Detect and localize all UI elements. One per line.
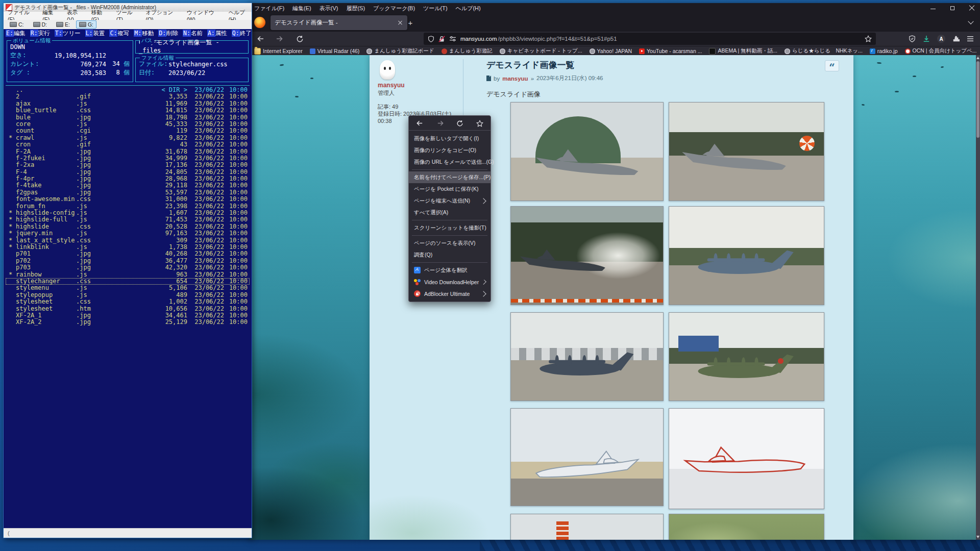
file-row[interactable]: p701.jpg 40,268 23/06/22 10:00 (6, 251, 250, 257)
bookmark-item[interactable]: OCN | 会員向けトップペ... (905, 47, 977, 55)
file-row[interactable]: font-awesome.min.css 31,000 23/06/22 10:… (6, 196, 250, 203)
drive-button[interactable]: G: (76, 20, 96, 29)
bookmark-item[interactable]: Virtual Radar (46) (310, 48, 360, 54)
menu-item-select-all[interactable]: すべて選択(A) (409, 207, 491, 218)
forum-photo-2[interactable] (669, 102, 824, 201)
app-menu-icon[interactable] (967, 36, 974, 42)
browser-menu-item[interactable]: 表示(V) (320, 5, 338, 12)
forum-photo-8[interactable] (669, 408, 824, 509)
bookmark-item[interactable]: radiko.jp (870, 48, 898, 54)
file-row[interactable]: core.js 45,333 23/06/22 10:00 (6, 121, 250, 128)
bookmark-item[interactable]: YouTube - acarsman ... (639, 48, 702, 54)
drive-button[interactable]: C: (7, 20, 27, 29)
forum-photo-3[interactable] (510, 206, 664, 305)
bookmark-item[interactable]: Yahoo! JAPAN (590, 48, 632, 54)
command-shortcut[interactable]: R:実行 (30, 30, 50, 37)
forum-photo-9[interactable] (510, 514, 664, 540)
file-row[interactable]: * last_x_att_style.css 309 23/06/22 10:0… (6, 237, 250, 244)
bookmark-item[interactable]: まんしゅう彩遊記 (442, 47, 493, 55)
file-row-parent-dir[interactable]: .. < DIR > 23/06/22 10:00 (6, 87, 250, 93)
menu-item-video-downloadhelper[interactable]: Video DownloadHelper (409, 276, 491, 288)
command-shortcut[interactable]: T:ツリー (55, 30, 81, 37)
permissions-icon[interactable] (449, 36, 456, 42)
forum-photo-5[interactable] (510, 312, 664, 401)
command-shortcut[interactable]: N:名前 (183, 30, 203, 37)
menu-item-view-source[interactable]: ページのソースを表示(V) (409, 237, 491, 249)
menu-item-inspect[interactable]: 調査(Q) (409, 249, 491, 261)
bookmark-item[interactable]: まんしゅう彩遊記ボード (366, 47, 434, 55)
drive-button[interactable]: D: (30, 20, 51, 29)
browser-menu-item[interactable]: ファイル(F) (254, 5, 284, 12)
file-row[interactable]: f-4take.jpg 29,118 23/06/22 10:00 (6, 182, 250, 189)
menu-item-translate-page[interactable]: ページ全体を翻訳 (409, 264, 491, 276)
file-row[interactable]: cron.gif 43 23/06/22 10:00 (6, 141, 250, 148)
file-row[interactable]: * jquery.min.js 97,163 23/06/22 10:00 (6, 230, 250, 237)
cm-bookmark-star-icon[interactable] (476, 120, 483, 127)
file-row[interactable]: * highslide-config.js 1,607 23/06/22 10:… (6, 210, 250, 216)
browser-menu-item[interactable]: 履歴(S) (346, 5, 365, 12)
post-author-link[interactable]: mansyuu (502, 76, 528, 82)
file-row[interactable]: * linkblink.js 1,738 23/06/22 10:00 (6, 244, 250, 251)
browser-menu-item[interactable]: ツール(T) (423, 5, 448, 12)
active-tab[interactable]: デモスライド画像一覧 - (271, 15, 407, 30)
quote-button[interactable]: “ (825, 60, 839, 71)
browser-menu-item[interactable]: 編集(E) (292, 5, 311, 12)
bookmark-item[interactable]: キャビネットボード - トップ... (500, 47, 582, 55)
reload-icon[interactable] (293, 33, 306, 44)
file-row[interactable]: f2gpas.jpg 53,597 23/06/22 10:00 (6, 189, 250, 196)
file-row[interactable]: blue_turtle.css 14,815 23/06/22 10:00 (6, 107, 250, 114)
scroll-up-icon[interactable] (976, 57, 979, 59)
tracking-shield-icon[interactable] (428, 36, 434, 42)
file-row[interactable]: f-2fukei.jpg 34,999 23/06/22 10:00 (6, 155, 250, 162)
file-row[interactable]: stylechanger.css 654 23/06/22 10:00 (6, 278, 250, 285)
file-row[interactable]: XF-2A_1.jpg 34,461 23/06/22 10:00 (6, 312, 250, 319)
menu-item-open-image-new-tab[interactable]: 画像を新しいタブで開く(I) (409, 133, 491, 144)
back-icon[interactable] (254, 33, 267, 44)
forward-icon[interactable] (273, 33, 286, 44)
file-row[interactable]: 2.gif 3,353 23/06/22 10:00 (6, 93, 250, 100)
file-row[interactable]: forum_fn.js 23,398 23/06/22 10:00 (6, 203, 250, 210)
file-row[interactable]: XF-2A_2.jpg 25,129 23/06/22 10:00 (6, 319, 250, 325)
scrollbar-thumb[interactable] (976, 61, 979, 138)
forum-photo-10[interactable] (669, 514, 824, 540)
browser-menu-item[interactable]: ブックマーク(B) (373, 5, 415, 12)
file-row[interactable]: stylesheet.css 1,002 23/06/22 10:00 (6, 298, 250, 305)
cm-reload-icon[interactable] (456, 120, 463, 127)
file-row[interactable]: ajax.js 11,969 23/06/22 10:00 (6, 101, 250, 107)
file-row[interactable]: count.cgi 119 23/06/22 10:00 (6, 128, 250, 134)
file-row[interactable]: p703.jpg 42,320 23/06/22 10:00 (6, 264, 250, 271)
file-row[interactable]: p702.jpg 36,477 23/06/22 10:00 (6, 258, 250, 264)
post-title[interactable]: デモスライド画像一覧 (486, 59, 574, 71)
file-row[interactable]: * highslide-full.js 71,453 23/06/22 10:0… (6, 216, 250, 223)
insecure-lock-icon[interactable] (438, 36, 445, 42)
minimize-button[interactable] (930, 5, 936, 11)
drive-button[interactable]: E: (53, 20, 73, 29)
maximize-button[interactable] (949, 5, 955, 11)
avatar[interactable] (380, 60, 395, 80)
file-row[interactable]: F-2A.jpg 31,678 23/06/22 10:00 (6, 148, 250, 155)
tab-close-icon[interactable] (397, 20, 403, 26)
page-scrollbar[interactable] (976, 55, 980, 540)
file-row[interactable]: F-4.jpg 24,805 23/06/22 10:00 (6, 169, 250, 176)
bookmark-item[interactable]: らじる★らじる NHKネッ... (785, 47, 863, 55)
url-bar[interactable]: mansyuu.com/phpbb3/viewtopic.php?f=14&t=… (424, 33, 876, 45)
file-row[interactable]: f-4pr.jpg 28,968 23/06/22 10:00 (6, 176, 250, 182)
menu-item-save-to-pocket[interactable]: ページを Pocket に保存(K) (409, 183, 491, 195)
file-row[interactable]: stylemenu.js 5,106 23/06/22 10:00 (6, 285, 250, 291)
command-shortcut[interactable]: M:移動 (134, 30, 154, 37)
command-shortcut[interactable]: A:属性 (207, 30, 227, 37)
command-shortcut[interactable]: Q:終了 (232, 30, 252, 37)
adblocker-toolbar-icon[interactable]: A (937, 35, 945, 43)
forum-photo-7[interactable] (510, 408, 664, 506)
bookmark-star-icon[interactable] (865, 35, 872, 42)
file-row[interactable]: * highslide.css 20,528 23/06/22 10:00 (6, 223, 250, 230)
command-shortcut[interactable]: L:装置 (85, 30, 105, 37)
new-tab-button[interactable]: + (405, 17, 415, 28)
menu-item-send-to-device[interactable]: ページを端末へ送信(N) (409, 195, 491, 207)
command-shortcut[interactable]: E:編集 (6, 30, 26, 37)
forum-photo-1[interactable] (510, 102, 664, 201)
scroll-down-icon[interactable] (976, 536, 979, 538)
bookmark-item[interactable]: Internet Explorer (254, 48, 303, 55)
forum-photo-6[interactable] (669, 312, 824, 401)
menu-item-copy-image-link[interactable]: 画像のリンクをコピー(O) (409, 144, 491, 156)
